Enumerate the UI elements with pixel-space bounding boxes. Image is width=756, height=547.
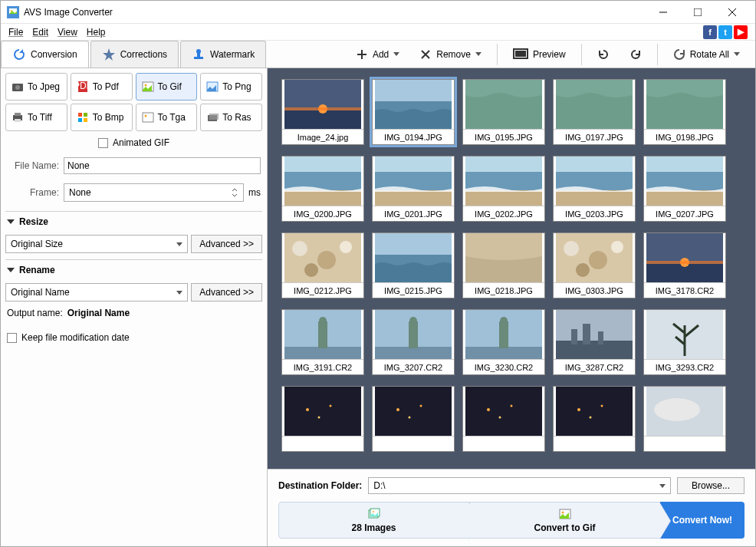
thumbnail-area[interactable]: Image_24.jpgIMG_0194.JPGIMG_0195.JPGIMG_… [268, 68, 755, 469]
destination-select[interactable]: D:\ [368, 477, 671, 494]
facebook-icon[interactable]: f [703, 25, 717, 39]
image-icon [205, 80, 219, 94]
thumbnail-item[interactable]: IMG_0202.JPG [462, 156, 545, 222]
svg-point-92 [318, 417, 320, 419]
menu-help[interactable]: Help [82, 25, 110, 39]
frame-spinner[interactable]: None [64, 183, 244, 202]
thumbnail-item[interactable]: IMG_0303.JPG [553, 232, 636, 298]
rotate-all-button[interactable]: Rotate All [666, 45, 748, 64]
svg-rect-53 [646, 190, 723, 206]
format-tga[interactable]: To Tga [136, 104, 198, 131]
format-ras[interactable]: To Ras [200, 104, 262, 131]
browse-button[interactable]: Browse... [677, 477, 744, 494]
thumbnail-item[interactable] [643, 386, 726, 452]
svg-rect-70 [646, 261, 723, 264]
filename-input[interactable] [64, 157, 261, 174]
thumbnail-item[interactable]: IMG_0200.JPG [281, 156, 364, 222]
svg-point-90 [306, 408, 309, 411]
tab-corrections[interactable]: Corrections [90, 41, 179, 68]
thumbnail-label: IMG_3230.CR2 [463, 359, 544, 374]
thumbnail-item[interactable]: IMG_3287.CR2 [553, 309, 636, 375]
thumbnail-item[interactable]: IMG_3207.CR2 [372, 309, 455, 375]
svg-point-106 [654, 398, 700, 421]
resize-select[interactable]: Original Size [5, 235, 188, 253]
printer-icon [11, 110, 25, 124]
format-bmp[interactable]: To Bmp [71, 104, 133, 131]
image-icon [141, 80, 155, 94]
tab-watermark[interactable]: Watermark [180, 41, 266, 68]
thumbnail-item[interactable]: IMG_0194.JPG [372, 79, 455, 145]
thumbnail-item[interactable]: IMG_0218.JPG [462, 232, 545, 298]
format-jpeg[interactable]: To Jpeg [5, 73, 67, 101]
svg-rect-83 [556, 310, 633, 341]
svg-rect-47 [465, 190, 542, 206]
thumbnail-label [373, 436, 454, 451]
svg-rect-59 [375, 233, 452, 255]
keep-date-checkbox[interactable] [7, 333, 17, 343]
svg-rect-11 [515, 51, 526, 57]
minimize-button[interactable] [646, 1, 680, 24]
svg-rect-34 [375, 80, 452, 101]
filename-label: File Name: [7, 160, 59, 171]
thumbnail-item[interactable]: IMG_3230.CR2 [462, 309, 545, 375]
thumbnail-item[interactable]: IMG_0203.JPG [553, 156, 636, 222]
rename-header-label: Rename [19, 265, 55, 275]
animated-gif-checkbox[interactable] [98, 138, 108, 148]
thumbnail-item[interactable]: IMG_0198.JPG [643, 79, 726, 145]
svg-rect-86 [583, 324, 590, 344]
thumbnail-item[interactable] [462, 386, 545, 452]
thumbnail-item[interactable]: IMG_0215.JPG [372, 232, 455, 298]
thumbnail-item[interactable]: IMG_0197.JPG [553, 79, 636, 145]
remove-button[interactable]: Remove [412, 45, 489, 64]
thumbnail-item[interactable] [553, 386, 636, 452]
thumbnail-item[interactable]: IMG_0195.JPG [462, 79, 545, 145]
rename-select[interactable]: Original Name [5, 283, 188, 302]
rotate-left-button[interactable] [590, 45, 617, 64]
menu-file[interactable]: File [4, 25, 28, 39]
maximize-button[interactable] [680, 1, 715, 24]
rotate-right-button[interactable] [622, 45, 649, 64]
thumbnail-image [463, 157, 544, 206]
thumbnail-item[interactable] [372, 386, 455, 452]
resize-header[interactable]: Resize [5, 211, 262, 232]
thumbnail-item[interactable]: IMG_3293.CR2 [643, 309, 726, 375]
format-pdf[interactable]: PDFTo Pdf [71, 73, 133, 101]
thumbnail-image [554, 157, 635, 206]
svg-rect-26 [143, 113, 153, 122]
chevron-down-icon [7, 219, 15, 224]
resize-value: Original Size [11, 239, 63, 249]
svg-rect-44 [375, 190, 452, 206]
format-tiff[interactable]: To Tiff [5, 104, 67, 131]
thumbnail-item[interactable]: IMG_3191.CR2 [281, 309, 364, 375]
svg-rect-22 [78, 113, 82, 117]
rename-header[interactable]: Rename [5, 259, 262, 280]
thumbnail-item[interactable]: IMG_0207.JPG [643, 156, 726, 222]
thumbnail-label: IMG_0203.JPG [554, 206, 635, 221]
rename-advanced-button[interactable]: Advanced >> [191, 283, 262, 302]
preview-button[interactable]: Preview [505, 45, 574, 64]
svg-point-56 [317, 251, 336, 269]
thumbnail-item[interactable]: IMG_3178.CR2 [643, 232, 726, 298]
format-gif[interactable]: To Gif [136, 73, 198, 101]
menu-edit[interactable]: Edit [28, 25, 53, 39]
resize-advanced-button[interactable]: Advanced >> [191, 235, 262, 253]
menu-view[interactable]: View [53, 25, 82, 39]
svg-point-17 [144, 84, 146, 87]
image-icon [558, 507, 572, 521]
close-button[interactable] [715, 1, 749, 24]
thumbnail-item[interactable]: IMG_0212.JPG [281, 232, 364, 298]
thumbnail-item[interactable] [281, 386, 364, 452]
output-name-value: Original Name [67, 308, 130, 318]
thumbnail-label: IMG_0197.JPG [554, 129, 635, 144]
thumbnail-item[interactable]: IMG_0201.JPG [372, 156, 455, 222]
youtube-icon[interactable]: ▶ [734, 25, 748, 39]
thumbnail-label [463, 436, 544, 451]
add-button[interactable]: Add [348, 45, 407, 64]
thumbnail-item[interactable]: Image_24.jpg [281, 79, 364, 145]
format-png[interactable]: To Png [200, 73, 262, 101]
svg-rect-51 [646, 157, 723, 172]
thumbnail-label: IMG_3287.CR2 [554, 359, 635, 374]
tab-conversion[interactable]: Conversion [1, 41, 89, 68]
convert-now-button[interactable]: Convert Now! [660, 502, 744, 539]
twitter-icon[interactable]: t [718, 25, 732, 39]
